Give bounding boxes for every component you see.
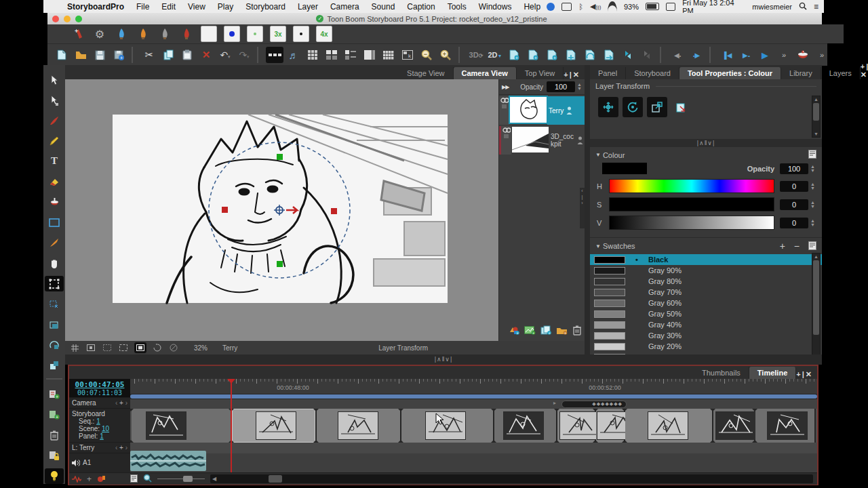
play-range-icon[interactable]: ▶▪▪ xyxy=(737,47,755,63)
safe-area-icon[interactable] xyxy=(102,343,113,352)
swatch-row-black[interactable]: •Black xyxy=(590,254,822,265)
menu-item-play[interactable]: Play xyxy=(212,2,239,12)
swatch-chip[interactable] xyxy=(594,278,625,285)
swatch-row-gray-40-[interactable]: Gray 40% xyxy=(590,319,822,330)
trash-icon[interactable] xyxy=(572,325,582,338)
remove-swatch-button[interactable]: − xyxy=(794,241,800,251)
layer-thumbnail[interactable] xyxy=(512,127,549,152)
value-stepper[interactable]: ▲▼ xyxy=(810,219,815,227)
green-dot-swatch[interactable] xyxy=(247,26,263,42)
tab-camera-view[interactable]: Camera View xyxy=(454,67,517,79)
app-dot-icon[interactable] xyxy=(547,3,555,11)
pivot-layer-icon[interactable]: + xyxy=(505,47,523,63)
menu-item-storyboard[interactable]: Storyboard xyxy=(239,2,292,12)
current-colour-swatch[interactable] xyxy=(602,163,647,174)
volume-icon[interactable]: ◀))) xyxy=(590,2,601,11)
storyboard-panel-1[interactable] xyxy=(132,409,232,443)
speaker-icon[interactable] xyxy=(72,460,80,466)
scale-button[interactable] xyxy=(647,97,667,117)
add-timeline-tab-button[interactable]: + xyxy=(796,370,802,378)
swatches-menu-icon[interactable] xyxy=(808,241,816,251)
swatch-row-gray-30-[interactable]: Gray 30% xyxy=(590,330,822,341)
paint-bucket-icon[interactable] xyxy=(45,195,64,210)
layer-row-terry[interactable]: Terry xyxy=(499,96,585,125)
storyboard-panel-8[interactable] xyxy=(625,409,713,443)
scrollbar[interactable]: ▲▼ xyxy=(812,96,821,138)
close-view-button[interactable]: ✕ xyxy=(573,70,580,79)
canvas-zoom-level[interactable]: 32% xyxy=(194,344,208,352)
window-icon[interactable] xyxy=(666,3,675,11)
rotate-button[interactable] xyxy=(623,97,643,117)
brush-gray-icon[interactable] xyxy=(156,26,174,42)
two-up-view-icon[interactable] xyxy=(323,47,340,63)
brush-tool-icon[interactable] xyxy=(45,113,64,128)
4x-swatch[interactable]: 4x xyxy=(316,26,332,42)
chevron-more2-icon[interactable]: » xyxy=(813,47,831,63)
group-layer-icon[interactable] xyxy=(562,47,580,63)
sound-edit-icon[interactable] xyxy=(97,473,106,485)
brush-orange-icon[interactable] xyxy=(134,26,152,42)
layer-visibility-toggle[interactable] xyxy=(499,126,511,155)
audio-waveform[interactable] xyxy=(130,451,206,471)
scroll-thumb[interactable] xyxy=(269,475,282,483)
swatch-row-gray-50-[interactable]: Gray 50% xyxy=(590,308,822,319)
timeline-zoom-bar[interactable] xyxy=(130,394,817,399)
rotate-canvas-icon[interactable] xyxy=(152,343,163,352)
tab-timeline[interactable]: Timeline xyxy=(749,367,796,379)
panel-thumbnail[interactable] xyxy=(426,412,465,439)
swatch-row-gray-90-[interactable]: Gray 90% xyxy=(590,265,822,276)
sound-scrub-icon[interactable] xyxy=(72,473,81,485)
menu-item-windows[interactable]: Windows xyxy=(473,2,518,12)
timeline-zoom-slider[interactable] xyxy=(157,479,205,479)
search-icon[interactable] xyxy=(799,2,807,12)
fit-view-icon[interactable] xyxy=(85,343,96,352)
swatch-chip[interactable] xyxy=(594,300,625,307)
list-view-icon[interactable] xyxy=(342,47,359,63)
close-panel-button[interactable]: ✕ xyxy=(861,70,868,79)
panel-thumbnail[interactable] xyxy=(256,412,296,439)
storyboard-panel-9[interactable] xyxy=(713,409,755,443)
rotate-layer-icon[interactable] xyxy=(581,47,599,63)
hue-slider[interactable] xyxy=(609,179,774,193)
swatch-chip[interactable] xyxy=(594,267,625,274)
add-colour-pencil-icon[interactable]: + xyxy=(69,26,87,42)
tab-library[interactable]: Library xyxy=(781,67,821,79)
transform-arrow-icon[interactable] xyxy=(45,92,64,108)
solid-area-icon[interactable] xyxy=(134,342,146,353)
playhead-marker[interactable] xyxy=(227,379,235,384)
tab-stage-view[interactable]: Stage View xyxy=(399,67,453,79)
storyboard-panel-10[interactable] xyxy=(755,409,816,443)
layer-opacity-stepper[interactable]: ▲▼ xyxy=(577,83,582,91)
menu-item-sound[interactable]: Sound xyxy=(366,2,401,12)
lightbulb-icon[interactable] xyxy=(45,468,64,484)
audio-track-label[interactable]: A1 xyxy=(69,453,130,472)
menu-user[interactable]: mwiesmeier xyxy=(752,3,792,11)
colour-opacity-stepper[interactable]: ▲▼ xyxy=(810,165,815,173)
storyboard-panel-3[interactable] xyxy=(317,409,401,443)
cutter-tool-icon[interactable] xyxy=(45,296,64,312)
chevron-more-icon[interactable]: » xyxy=(775,47,793,63)
add-vector-layer-icon[interactable]: + xyxy=(524,47,542,63)
add-group-icon[interactable]: + xyxy=(556,325,568,338)
delete-layer-icon[interactable] xyxy=(638,47,656,63)
tab-thumbnails[interactable]: Thumbnails xyxy=(694,367,749,379)
brush-red-icon[interactable] xyxy=(178,26,195,42)
storyboard-panel-6[interactable] xyxy=(557,409,596,443)
panel-thumbnail[interactable] xyxy=(146,412,186,439)
share-layer-icon[interactable] xyxy=(600,47,618,63)
display-icon[interactable] xyxy=(561,3,572,11)
save-all-icon[interactable]: + xyxy=(110,47,127,63)
hue-stepper[interactable]: ▲▼ xyxy=(810,182,815,190)
3x-swatch[interactable]: 3x xyxy=(270,26,286,42)
rect-select-icon[interactable] xyxy=(45,215,64,230)
grid-icon[interactable] xyxy=(69,343,80,352)
cut-icon[interactable]: ✂ xyxy=(140,47,158,63)
add-panel-icon[interactable]: + xyxy=(45,386,64,402)
panel-value[interactable]: 1 xyxy=(100,432,104,440)
panel-thumbnail[interactable] xyxy=(716,412,755,439)
menu-item-camera[interactable]: Camera xyxy=(324,2,366,12)
drawing-mode-icon[interactable] xyxy=(266,47,283,63)
menu-item-edit[interactable]: Edit xyxy=(155,2,182,12)
new-scene-icon[interactable] xyxy=(53,47,71,63)
flip-layer-icon[interactable] xyxy=(619,47,637,63)
